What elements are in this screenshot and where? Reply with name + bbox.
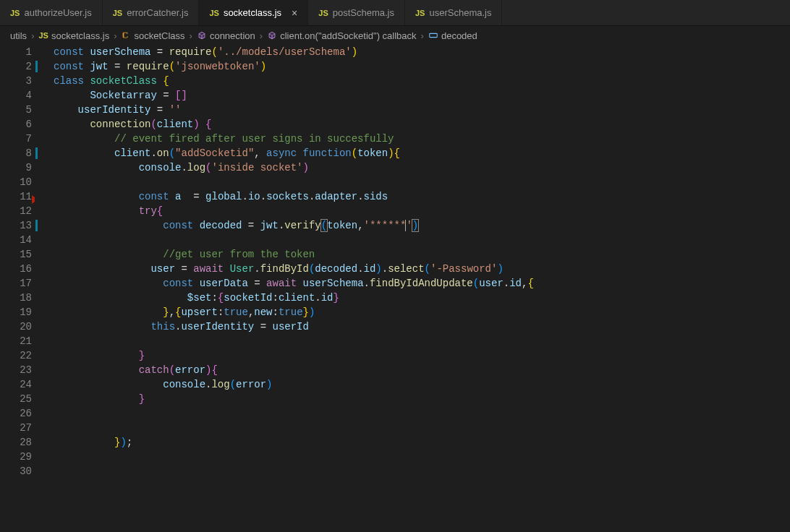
line-number: 28 [0, 435, 32, 450]
code-line[interactable] [54, 406, 790, 421]
line-number: 27 [0, 421, 32, 435]
js-file-icon: JS [113, 9, 122, 17]
code-line[interactable]: console.log(error) [54, 377, 790, 392]
code-line[interactable] [54, 175, 790, 189]
code-line[interactable]: const userData = await userSchema.findBy… [54, 276, 790, 291]
line-number: 26 [0, 406, 32, 421]
line-number-gutter: 1234567891011121314151617181920212223242… [0, 45, 45, 479]
line-number: 24 [0, 377, 32, 392]
tab-post-schema[interactable]: JS postSchema.js [308, 0, 405, 25]
line-number: 21 [0, 334, 32, 348]
tab-authorize-user[interactable]: JS authorizeUser.js [0, 0, 103, 25]
svg-rect-0 [430, 33, 438, 37]
code-line[interactable]: const jwt = require('jsonwebtoken') [54, 59, 790, 74]
breadcrumb-variable[interactable]: decoded [441, 30, 477, 41]
chevron-right-icon: › [30, 30, 35, 41]
line-number: 14 [0, 233, 32, 247]
code-line[interactable]: } [54, 348, 790, 363]
chevron-right-icon: › [112, 30, 118, 41]
symbol-method-icon [197, 30, 207, 40]
line-number: 15 [0, 247, 32, 262]
line-number: 23 [0, 363, 32, 377]
symbol-method-icon [267, 30, 277, 40]
code-line[interactable] [54, 464, 790, 479]
editor-tabbar: JS authorizeUser.js JS errorCatcher.js J… [0, 0, 790, 26]
js-file-icon: JS [415, 9, 425, 17]
code-line[interactable] [54, 450, 790, 464]
code-line[interactable]: } [54, 392, 790, 406]
line-number: 18 [0, 291, 32, 305]
chevron-right-icon: › [188, 30, 194, 41]
line-number: 30 [0, 464, 32, 479]
js-file-icon: JS [38, 31, 48, 40]
line-number: 6 [0, 117, 32, 132]
line-number: 1 [0, 45, 32, 59]
code-line[interactable]: }); [54, 435, 790, 450]
line-number: 29 [0, 450, 32, 464]
code-line[interactable]: this.userIdentity = userId [54, 319, 790, 334]
code-line[interactable]: },{upsert:true,new:true}) [54, 305, 790, 319]
breadcrumb-class[interactable]: socketClass [134, 30, 184, 41]
line-number: 13 [0, 218, 32, 233]
line-number: 5 [0, 103, 32, 117]
code-line[interactable]: //get user from the token [54, 247, 790, 262]
tab-user-schema[interactable]: JS userSchema.js [405, 0, 502, 25]
code-line[interactable]: userIdentity = '' [54, 103, 790, 117]
line-number: 9 [0, 160, 32, 175]
tab-label: errorCatcher.js [127, 7, 188, 18]
tab-error-catcher[interactable]: JS errorCatcher.js [103, 0, 200, 25]
code-line[interactable]: try{ [54, 204, 790, 218]
line-number: 12 [0, 204, 32, 218]
code-line[interactable]: const decoded = jwt.verify(token,'******… [54, 218, 790, 233]
line-number: 16 [0, 262, 32, 276]
breadcrumb-callback[interactable]: client.on("addSocketid") callback [280, 30, 416, 41]
line-number: 17 [0, 276, 32, 291]
code-content[interactable]: const userSchema = require('../models/us… [45, 45, 790, 479]
chevron-right-icon: › [258, 30, 264, 41]
line-number: 4 [0, 88, 32, 103]
line-number: 22 [0, 348, 32, 363]
breadcrumb-file[interactable]: socketclass.js [51, 30, 109, 41]
line-number: 11 [0, 189, 32, 204]
line-number: 3 [0, 74, 32, 88]
tab-socketclass[interactable]: JS socketclass.js × [199, 0, 308, 25]
chevron-right-icon: › [420, 30, 425, 41]
code-line[interactable]: // event fired after user signs in succe… [54, 132, 790, 146]
js-file-icon: JS [10, 9, 20, 17]
code-line[interactable]: class socketClass { [54, 74, 790, 88]
code-line[interactable] [54, 334, 790, 348]
code-line[interactable]: connection(client) { [54, 117, 790, 132]
code-line[interactable] [54, 233, 790, 247]
line-number: 7 [0, 132, 32, 146]
breadcrumb[interactable]: utils › JS socketclass.js › socketClass … [0, 26, 790, 45]
code-line[interactable]: $set:{socketId:client.id} [54, 291, 790, 305]
line-number: 8 [0, 146, 32, 160]
code-line[interactable]: catch(error){ [54, 363, 790, 377]
tab-label: userSchema.js [429, 7, 491, 18]
code-editor[interactable]: 1234567891011121314151617181920212223242… [0, 45, 790, 479]
line-number: 19 [0, 305, 32, 319]
code-line[interactable]: const a = global.io.sockets.adapter.sids [54, 189, 790, 204]
line-number: 2 [0, 59, 32, 74]
close-icon[interactable]: × [292, 8, 297, 18]
code-line[interactable]: client.on("addSocketid", async function(… [54, 146, 790, 160]
breadcrumb-folder[interactable]: utils [10, 30, 27, 41]
symbol-variable-icon [428, 30, 438, 40]
line-number: 10 [0, 175, 32, 189]
js-file-icon: JS [209, 9, 218, 17]
code-line[interactable]: console.log('inside socket') [54, 160, 790, 175]
tab-label: postSchema.js [333, 7, 394, 18]
js-file-icon: JS [318, 9, 328, 17]
line-number: 25 [0, 392, 32, 406]
code-line[interactable] [54, 421, 790, 435]
code-line[interactable]: Socketarray = [] [54, 88, 790, 103]
symbol-class-icon [121, 30, 131, 40]
tab-label: socketclass.js [224, 7, 281, 18]
line-number: 20 [0, 319, 32, 334]
breadcrumb-method[interactable]: connection [210, 30, 255, 41]
code-line[interactable]: user = await User.findById(decoded.id).s… [54, 262, 790, 276]
code-line[interactable]: const userSchema = require('../models/us… [54, 45, 790, 59]
tab-label: authorizeUser.js [24, 7, 91, 18]
